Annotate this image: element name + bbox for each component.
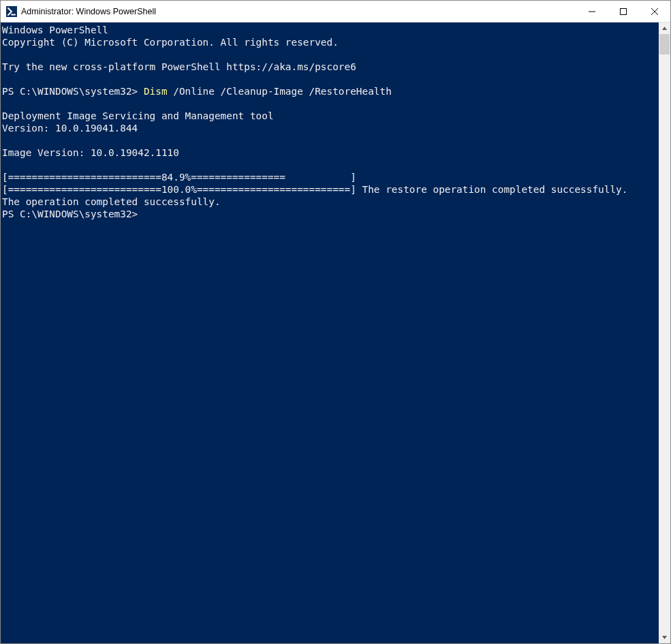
- output-line: Image Version: 10.0.19042.1110: [2, 147, 659, 159]
- scroll-down-button[interactable]: [659, 632, 670, 643]
- output-line: Deployment Image Servicing and Managemen…: [2, 110, 659, 122]
- minimize-button[interactable]: [576, 1, 608, 22]
- progress-line: [==========================84.9%========…: [2, 171, 659, 183]
- command-line: PS C:\WINDOWS\system32> Dism /Online /Cl…: [2, 85, 659, 97]
- scrollbar-track[interactable]: [659, 34, 670, 632]
- output-line: [2, 97, 659, 110]
- output-line: [2, 48, 659, 61]
- output-line: Version: 10.0.19041.844: [2, 122, 659, 134]
- prompt-text: PS C:\WINDOWS\system32>: [2, 86, 144, 97]
- client-area: Windows PowerShellCopyright (C) Microsof…: [1, 22, 670, 643]
- vertical-scrollbar[interactable]: [659, 22, 670, 643]
- output-line: Windows PowerShell: [2, 24, 659, 36]
- close-button[interactable]: [639, 1, 670, 22]
- window-title: Administrator: Windows PowerShell: [21, 7, 156, 16]
- svg-rect-3: [621, 8, 627, 14]
- scroll-up-button[interactable]: [659, 22, 670, 34]
- output-line: The operation completed successfully.: [2, 196, 659, 208]
- powershell-icon: [6, 6, 17, 17]
- prompt-line: PS C:\WINDOWS\system32>: [2, 208, 659, 220]
- command-args: /Online /Cleanup-Image /RestoreHealth: [168, 86, 392, 97]
- command-keyword: Dism: [144, 86, 168, 97]
- caption-buttons: [576, 1, 670, 22]
- output-line: [2, 134, 659, 147]
- maximize-button[interactable]: [608, 1, 639, 22]
- terminal-output[interactable]: Windows PowerShellCopyright (C) Microsof…: [1, 22, 659, 643]
- output-line: Copyright (C) Microsoft Corporation. All…: [2, 36, 659, 48]
- output-line: [2, 73, 659, 85]
- output-line: [2, 159, 659, 171]
- powershell-window: Administrator: Windows PowerShell: [0, 0, 671, 644]
- titlebar[interactable]: Administrator: Windows PowerShell: [1, 1, 670, 22]
- scrollbar-thumb[interactable]: [659, 34, 670, 55]
- progress-line: [==========================100.0%=======…: [2, 183, 659, 196]
- output-line: Try the new cross-platform PowerShell ht…: [2, 61, 659, 73]
